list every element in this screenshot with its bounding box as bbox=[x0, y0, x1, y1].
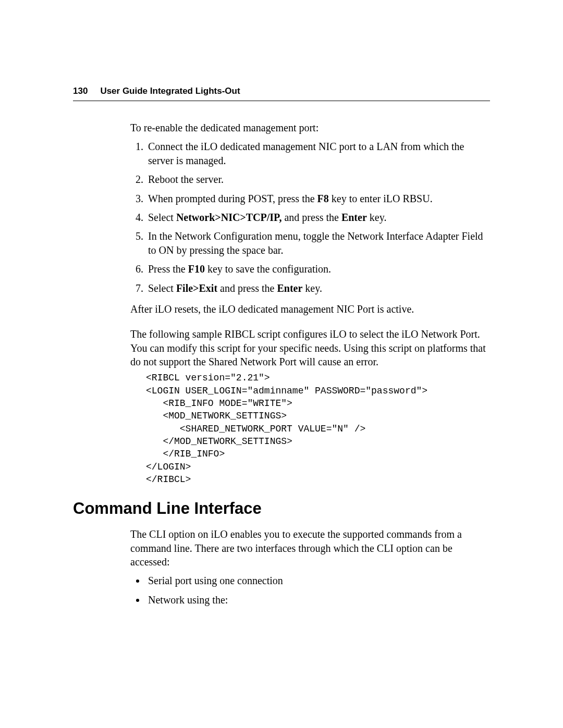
step-text: and press the bbox=[282, 212, 341, 223]
step-item: In the Network Configuration menu, toggl… bbox=[146, 229, 490, 257]
page-number: 130 bbox=[73, 86, 88, 96]
step-text: Press the bbox=[148, 263, 188, 275]
step-item: Select Network>NIC>TCP/IP, and press the… bbox=[146, 211, 490, 224]
step-bold: Enter bbox=[341, 212, 367, 223]
step-item: Select File>Exit and press the Enter key… bbox=[146, 281, 490, 295]
section-heading: Command Line Interface bbox=[73, 499, 490, 518]
bullet-list: Serial port using one connection Network… bbox=[130, 574, 490, 607]
step-item: When prompted during POST, press the F8 … bbox=[146, 192, 490, 205]
after-steps-paragraph: After iLO resets, the iLO dedicated mana… bbox=[130, 302, 490, 316]
step-text: key. bbox=[367, 212, 387, 223]
body-content: To re-enable the dedicated management po… bbox=[130, 121, 490, 486]
step-text: When prompted during POST, press the bbox=[148, 193, 317, 204]
step-text: key. bbox=[302, 282, 322, 294]
step-item: Connect the iLO dedicated management NIC… bbox=[146, 140, 490, 167]
step-text: key to enter iLO RBSU. bbox=[329, 193, 433, 204]
step-text: and press the bbox=[217, 282, 277, 294]
step-bold: Network>NIC>TCP/IP, bbox=[176, 212, 282, 223]
header-title: User Guide Integrated Lights-Out bbox=[100, 86, 240, 96]
list-item: Network using the: bbox=[146, 593, 490, 607]
script-intro-paragraph: The following sample RIBCL script config… bbox=[130, 327, 490, 368]
step-text: key to save the configuration. bbox=[205, 263, 331, 275]
step-item: Reboot the server. bbox=[146, 172, 490, 186]
steps-list: Connect the iLO dedicated management NIC… bbox=[130, 140, 490, 295]
step-bold: File>Exit bbox=[176, 282, 217, 294]
code-block: <RIBCL version="2.21"> <LOGIN USER_LOGIN… bbox=[146, 372, 490, 486]
cli-intro-paragraph: The CLI option on iLO enables you to exe… bbox=[130, 527, 490, 569]
cli-body: The CLI option on iLO enables you to exe… bbox=[130, 527, 490, 607]
step-text: Select bbox=[148, 212, 176, 223]
step-bold: F10 bbox=[188, 263, 205, 275]
document-page: 130 User Guide Integrated Lights-Out To … bbox=[0, 0, 563, 728]
step-bold: Enter bbox=[277, 282, 302, 294]
page-header: 130 User Guide Integrated Lights-Out bbox=[73, 86, 490, 101]
step-text: Select bbox=[148, 282, 176, 294]
list-item: Serial port using one connection bbox=[146, 574, 490, 587]
step-item: Press the F10 key to save the configurat… bbox=[146, 262, 490, 276]
intro-paragraph: To re-enable the dedicated management po… bbox=[130, 121, 490, 134]
step-bold: F8 bbox=[317, 193, 329, 204]
